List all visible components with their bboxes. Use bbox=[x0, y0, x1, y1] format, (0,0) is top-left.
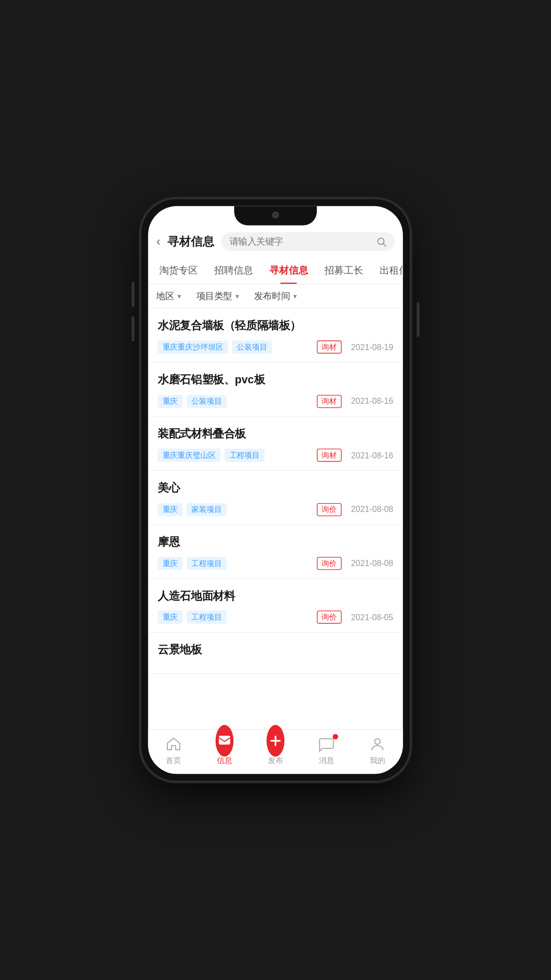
item-date: 2021-08-19 bbox=[351, 342, 393, 352]
nav-item-publish[interactable]: 发布 bbox=[250, 736, 301, 766]
item-meta: 重庆重庆沙坪坝区 公装项目 询材 2021-08-19 bbox=[158, 341, 393, 354]
list-item[interactable]: 水泥复合墙板（轻质隔墙板） 重庆重庆沙坪坝区 公装项目 询材 2021-08-1… bbox=[148, 309, 403, 363]
list-item[interactable]: 云景地板 bbox=[148, 633, 403, 674]
notification-badge bbox=[333, 734, 338, 740]
nav-item-info[interactable]: 信息 bbox=[199, 736, 250, 766]
back-button[interactable]: ‹ bbox=[156, 234, 160, 249]
item-meta: 重庆 工程项目 询价 2021-08-08 bbox=[158, 557, 393, 570]
svg-rect-2 bbox=[219, 736, 230, 745]
status-badge: 询材 bbox=[316, 395, 341, 408]
filter-area[interactable]: 地区 ▼ bbox=[156, 290, 182, 303]
tag-type: 工程项目 bbox=[224, 449, 264, 462]
item-title: 装配式材料叠合板 bbox=[158, 427, 393, 442]
item-date: 2021-08-08 bbox=[351, 504, 393, 514]
plus-icon bbox=[266, 736, 284, 753]
home-icon bbox=[165, 736, 183, 753]
tab-item-xuncaixinxi[interactable]: 寻材信息 bbox=[261, 258, 316, 284]
user-icon bbox=[368, 736, 386, 753]
search-input[interactable] bbox=[230, 236, 373, 247]
chevron-down-icon: ▼ bbox=[234, 293, 240, 300]
status-badge: 询价 bbox=[316, 503, 341, 516]
nav-label-info: 信息 bbox=[217, 755, 232, 766]
list-item[interactable]: 摩恩 重庆 工程项目 询价 2021-08-08 bbox=[148, 525, 403, 579]
nav-label-home: 首页 bbox=[166, 755, 181, 766]
nav-label-publish: 发布 bbox=[268, 755, 283, 766]
tag-type: 家装项目 bbox=[187, 503, 227, 516]
tab-item-zhaopinxinxi[interactable]: 招聘信息 bbox=[206, 258, 261, 284]
tag-type: 工程项目 bbox=[187, 557, 227, 570]
item-title: 人造石地面材料 bbox=[158, 589, 393, 604]
item-meta: 重庆 家装项目 询价 2021-08-08 bbox=[158, 503, 393, 516]
search-icon bbox=[377, 237, 386, 247]
item-meta: 重庆 公装项目 询材 2021-08-16 bbox=[158, 395, 393, 408]
svg-line-1 bbox=[383, 243, 386, 246]
tag-type: 公装项目 bbox=[187, 395, 227, 408]
item-title: 云景地板 bbox=[158, 643, 393, 658]
tag-type: 工程项目 bbox=[187, 611, 227, 624]
status-badge: 询材 bbox=[316, 341, 341, 354]
nav-item-home[interactable]: 首页 bbox=[148, 736, 199, 766]
message-icon bbox=[216, 736, 234, 753]
status-badge: 询价 bbox=[316, 557, 341, 570]
chat-icon bbox=[317, 736, 335, 753]
tab-item-zhaomugonzhang[interactable]: 招募工长 bbox=[316, 258, 371, 284]
chevron-down-icon: ▼ bbox=[292, 293, 298, 300]
item-title: 水泥复合墙板（轻质隔墙板） bbox=[158, 318, 393, 334]
list-item[interactable]: 装配式材料叠合板 重庆重庆璧山区 工程项目 询材 2021-08-16 bbox=[148, 417, 403, 471]
tab-item-chuzuxin[interactable]: 出租信 bbox=[371, 258, 403, 284]
bottom-nav: 首页 信息 bbox=[148, 729, 403, 774]
chevron-down-icon: ▼ bbox=[177, 293, 183, 300]
tag-location: 重庆 bbox=[158, 557, 183, 570]
tab-bar: 淘货专区 招聘信息 寻材信息 招募工长 出租信 bbox=[148, 258, 403, 285]
nav-item-message[interactable]: 消息 bbox=[301, 736, 352, 766]
status-badge: 询材 bbox=[316, 449, 341, 462]
filter-publish-time[interactable]: 发布时间 ▼ bbox=[254, 290, 298, 303]
tag-location: 重庆重庆璧山区 bbox=[158, 449, 220, 462]
filter-row: 地区 ▼ 项目类型 ▼ 发布时间 ▼ bbox=[148, 285, 403, 309]
tab-item-taohuozhuanqu[interactable]: 淘货专区 bbox=[151, 258, 206, 284]
svg-point-5 bbox=[374, 739, 380, 744]
item-title: 摩恩 bbox=[158, 534, 393, 550]
tag-location: 重庆 bbox=[158, 395, 183, 408]
tag-location: 重庆 bbox=[158, 611, 183, 624]
page-title: 寻材信息 bbox=[167, 234, 214, 250]
header: ‹ 寻材信息 bbox=[148, 226, 403, 258]
item-meta: 重庆 工程项目 询价 2021-08-05 bbox=[158, 611, 393, 624]
item-date: 2021-08-05 bbox=[351, 612, 393, 622]
item-title: 美心 bbox=[158, 480, 393, 496]
tag-location: 重庆重庆沙坪坝区 bbox=[158, 341, 228, 354]
nav-label-message: 消息 bbox=[319, 755, 334, 766]
status-badge: 询价 bbox=[316, 611, 341, 624]
item-date: 2021-08-16 bbox=[351, 397, 393, 406]
nav-item-mine[interactable]: 我的 bbox=[352, 736, 403, 766]
item-date: 2021-08-08 bbox=[351, 558, 393, 568]
list-item[interactable]: 水磨石铝塑板、pvc板 重庆 公装项目 询材 2021-08-16 bbox=[148, 363, 403, 417]
list-item[interactable]: 人造石地面材料 重庆 工程项目 询价 2021-08-05 bbox=[148, 579, 403, 633]
nav-label-mine: 我的 bbox=[370, 755, 385, 766]
tag-location: 重庆 bbox=[158, 503, 183, 516]
filter-project-type[interactable]: 项目类型 ▼ bbox=[196, 290, 240, 303]
list-item[interactable]: 美心 重庆 家装项目 询价 2021-08-08 bbox=[148, 471, 403, 525]
list-container: 水泥复合墙板（轻质隔墙板） 重庆重庆沙坪坝区 公装项目 询材 2021-08-1… bbox=[148, 309, 403, 729]
item-date: 2021-08-16 bbox=[351, 451, 393, 460]
item-title: 水磨石铝塑板、pvc板 bbox=[158, 373, 393, 388]
item-meta: 重庆重庆璧山区 工程项目 询材 2021-08-16 bbox=[158, 449, 393, 462]
search-bar[interactable] bbox=[221, 232, 394, 251]
tag-type: 公装项目 bbox=[232, 341, 272, 354]
